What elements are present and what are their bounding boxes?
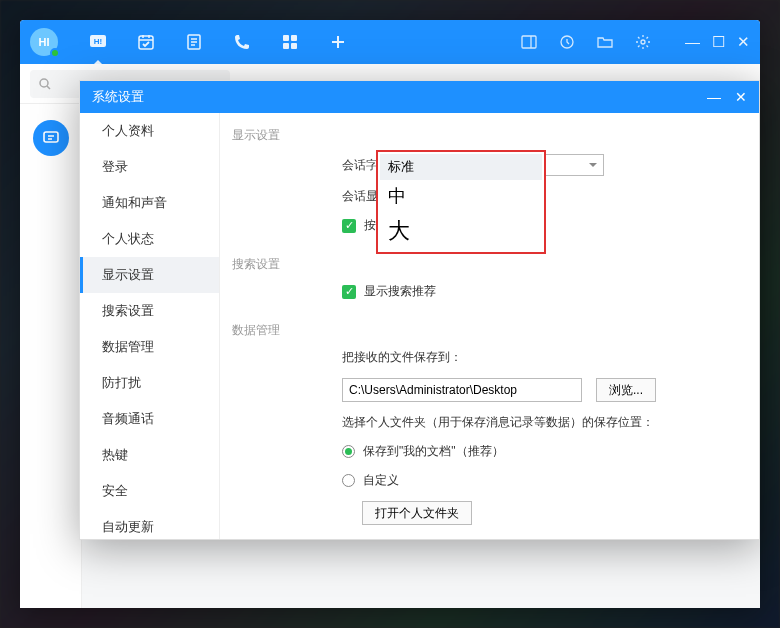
nav-item-notification[interactable]: 通知和声音 bbox=[80, 185, 219, 221]
chat-icon[interactable]: H! bbox=[88, 32, 108, 52]
nav-item-dnd[interactable]: 防打扰 bbox=[80, 365, 219, 401]
svg-text:H!: H! bbox=[94, 37, 102, 46]
font-size-dropdown: 标准 中 大 bbox=[376, 150, 546, 254]
gear-icon[interactable] bbox=[633, 32, 653, 52]
section-search-label: 搜索设置 bbox=[232, 256, 759, 273]
message-icon[interactable] bbox=[33, 120, 69, 156]
nav-item-login[interactable]: 登录 bbox=[80, 149, 219, 185]
save-path-label: 把接收的文件保存到： bbox=[342, 349, 462, 366]
nav-item-update[interactable]: 自动更新 bbox=[80, 509, 219, 539]
svg-rect-4 bbox=[283, 35, 289, 41]
nav-icons: H! bbox=[88, 32, 348, 52]
top-bar: HI H! — ☐ ✕ bbox=[20, 20, 760, 64]
svg-rect-8 bbox=[522, 36, 536, 48]
status-badge bbox=[50, 48, 60, 58]
maximize-button[interactable]: ☐ bbox=[712, 33, 725, 51]
settings-nav: 个人资料 登录 通知和声音 个人状态 显示设置 搜索设置 数据管理 防打扰 音频… bbox=[80, 113, 220, 539]
svg-point-11 bbox=[40, 79, 48, 87]
nav-item-display[interactable]: 显示设置 bbox=[80, 257, 219, 293]
topbar-right: — ☐ ✕ bbox=[519, 32, 750, 52]
nav-item-profile[interactable]: 个人资料 bbox=[80, 113, 219, 149]
nav-item-data[interactable]: 数据管理 bbox=[80, 329, 219, 365]
phone-icon[interactable] bbox=[232, 32, 252, 52]
drag-checkbox[interactable]: ✓ bbox=[342, 219, 356, 233]
svg-point-10 bbox=[641, 40, 645, 44]
dropdown-option-medium[interactable]: 中 bbox=[380, 180, 542, 212]
svg-rect-2 bbox=[139, 36, 153, 49]
left-column bbox=[20, 104, 82, 608]
settings-modal: 系统设置 — ✕ 个人资料 登录 通知和声音 个人状态 显示设置 搜索设置 数据… bbox=[79, 80, 760, 540]
search-icon bbox=[38, 77, 52, 91]
close-button[interactable]: ✕ bbox=[737, 33, 750, 51]
browse-button[interactable]: 浏览... bbox=[596, 378, 656, 402]
calendar-icon[interactable] bbox=[136, 32, 156, 52]
svg-rect-5 bbox=[291, 35, 297, 41]
nav-item-audio[interactable]: 音频通话 bbox=[80, 401, 219, 437]
dropdown-option-standard[interactable]: 标准 bbox=[380, 154, 542, 180]
radio-mydocs[interactable] bbox=[342, 445, 355, 458]
chevron-down-icon bbox=[589, 163, 597, 171]
radio-custom[interactable] bbox=[342, 474, 355, 487]
folder-icon[interactable] bbox=[595, 32, 615, 52]
open-folder-button[interactable]: 打开个人文件夹 bbox=[362, 501, 472, 525]
notes-icon[interactable] bbox=[184, 32, 204, 52]
add-icon[interactable] bbox=[328, 32, 348, 52]
svg-rect-7 bbox=[291, 43, 297, 49]
modal-titlebar: 系统设置 — ✕ bbox=[80, 81, 759, 113]
dropdown-option-large[interactable]: 大 bbox=[380, 212, 542, 250]
search-recommend-label: 显示搜索推荐 bbox=[364, 283, 436, 300]
panel-icon[interactable] bbox=[519, 32, 539, 52]
personal-folder-hint: 选择个人文件夹（用于保存消息记录等数据）的保存位置： bbox=[342, 414, 654, 431]
modal-title: 系统设置 bbox=[92, 88, 144, 106]
apps-icon[interactable] bbox=[280, 32, 300, 52]
radio-custom-label: 自定义 bbox=[363, 472, 399, 489]
search-recommend-checkbox[interactable]: ✓ bbox=[342, 285, 356, 299]
modal-close-button[interactable]: ✕ bbox=[735, 89, 747, 105]
modal-minimize-button[interactable]: — bbox=[707, 89, 721, 105]
svg-rect-12 bbox=[44, 132, 58, 142]
history-icon[interactable] bbox=[557, 32, 577, 52]
minimize-button[interactable]: — bbox=[685, 33, 700, 51]
section-display-label: 显示设置 bbox=[232, 127, 759, 144]
section-data-label: 数据管理 bbox=[232, 322, 759, 339]
radio-mydocs-label: 保存到"我的文档"（推荐） bbox=[363, 443, 504, 460]
avatar[interactable]: HI bbox=[30, 28, 58, 56]
save-path-input[interactable] bbox=[342, 378, 582, 402]
nav-item-security[interactable]: 安全 bbox=[80, 473, 219, 509]
nav-item-status[interactable]: 个人状态 bbox=[80, 221, 219, 257]
svg-rect-6 bbox=[283, 43, 289, 49]
nav-item-search[interactable]: 搜索设置 bbox=[80, 293, 219, 329]
nav-item-hotkey[interactable]: 热键 bbox=[80, 437, 219, 473]
